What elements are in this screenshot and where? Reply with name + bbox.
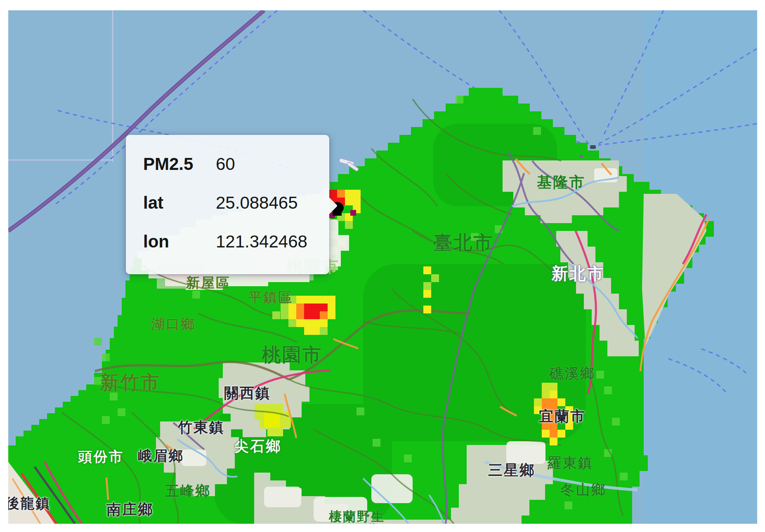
label-zhudong-town: 竹東鎮 [178,420,225,434]
tooltip-row-pm25: PM2.5 60 [126,155,329,173]
label-toufen-city: 頭份市 [78,450,124,464]
tooltip-value-pm25: 60 [216,155,235,173]
label-sanxing-township: 三星鄉 [488,463,535,477]
label-xinwu-district: 新屋區 [186,276,231,290]
label-new-taipei-city: 新北市 [552,265,605,282]
label-qilan-reserve-line2: 動物保護區 [322,523,392,524]
map-canvas[interactable]: 基隆市 臺北市 新北市 桃園市 桃園市 新屋區 平鎮區 湖口鄉 新竹市 關西鎮 … [8,10,757,524]
label-taoyuan-city-s: 桃園市 [262,345,323,364]
label-jianshi-township: 尖石鄉 [234,439,281,453]
label-emei-township: 峨眉鄉 [138,449,184,463]
label-keelung-city: 基隆市 [537,175,586,190]
label-houlong-town: 後龍鎮 [8,496,51,510]
label-luodong-town: 羅東鎮 [548,456,593,470]
label-hukou-township: 湖口鄉 [151,317,196,331]
tooltip-value-lon: 121.342468 [216,233,307,250]
label-jiaoxi-township: 礁溪鄉 [550,366,595,380]
label-yilan-city: 宜蘭市 [539,409,586,423]
label-dongshan-township: 冬山鄉 [561,483,607,497]
pm25-tooltip: PM2.5 60 lat 25.088465 lon 121.342468 [126,135,329,274]
label-qilan-reserve-line1: 棲蘭野生 [329,510,385,523]
label-guanxi-town: 關西鎮 [224,386,271,400]
label-taipei-city: 臺北市 [433,233,494,252]
tooltip-value-lat: 25.088465 [216,194,298,212]
tooltip-label-pm25: PM2.5 [143,155,216,173]
tooltip-row-lon: lon 121.342468 [126,233,329,250]
tooltip-label-lon: lon [143,233,216,250]
map-widget[interactable]: 基隆市 臺北市 新北市 桃園市 桃園市 新屋區 平鎮區 湖口鄉 新竹市 關西鎮 … [8,10,757,524]
label-pingzhen-district: 平鎮區 [248,290,293,304]
tooltip-label-lat: lat [143,194,216,212]
label-nanzhuang-township: 南庄鄉 [106,502,153,516]
label-wufeng-township: 五峰鄉 [165,484,211,498]
tooltip-row-lat: lat 25.088465 [126,194,329,212]
label-hsinchu-city: 新竹市 [100,373,161,392]
map-graphics [8,10,757,524]
